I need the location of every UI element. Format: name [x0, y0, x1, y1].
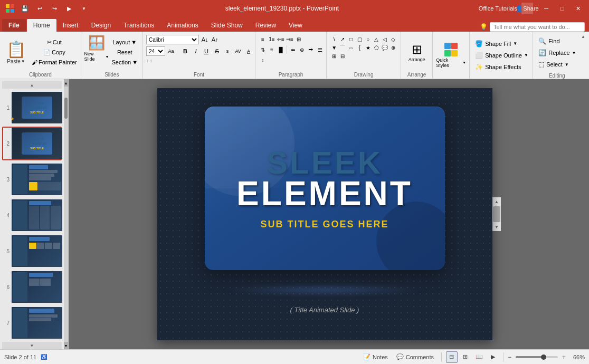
shape-outline-button[interactable]: ⬜ Shape Outline ▼	[473, 50, 530, 61]
maximize-button[interactable]: □	[555, 3, 569, 14]
strikethrough-button[interactable]: S	[212, 46, 222, 56]
zoom-in-button[interactable]: +	[562, 353, 566, 361]
smartart-button[interactable]: ⊞	[294, 35, 303, 43]
shape-brace[interactable]: {	[355, 43, 364, 52]
select-button[interactable]: ⬚ Select ▼	[536, 59, 571, 70]
replace-button[interactable]: 🔄 Replace ▼	[536, 47, 578, 58]
underline-button[interactable]: U	[202, 46, 211, 56]
accessibility-button[interactable]: ♿	[41, 354, 47, 360]
shadow-button[interactable]: s	[223, 46, 232, 56]
panel-scroll-down[interactable]: ▼	[2, 342, 62, 349]
shape-diamond[interactable]: ◇	[389, 35, 397, 43]
increase-indent-button[interactable]: ⇒≡	[286, 35, 294, 43]
line-spacing-button[interactable]: ↕	[259, 56, 267, 64]
slide-card[interactable]: SLEEK ELEMENT SUB TITLE GOES HERE	[205, 107, 445, 270]
slide-thumb-7[interactable]: 7	[2, 306, 62, 340]
tab-design[interactable]: Design	[85, 19, 117, 32]
new-slide-button[interactable]: 🪟 New Slide▼	[84, 35, 109, 70]
font-color-button[interactable]: A	[244, 46, 253, 56]
slide-canvas[interactable]: SLEEK ELEMENT SUB TITLE GOES HERE ( Titl…	[157, 88, 492, 340]
save-button[interactable]: 💾	[19, 3, 31, 14]
zoom-out-button[interactable]: −	[508, 353, 511, 361]
align-right-button[interactable]: ⮕	[307, 45, 315, 54]
shape-arrow[interactable]: ↗	[338, 35, 347, 43]
justify-button[interactable]: ☰	[316, 45, 324, 54]
shape-rtriangle[interactable]: ◁	[381, 35, 389, 43]
text-align-button[interactable]: ≡	[268, 45, 276, 54]
shape-triangle[interactable]: △	[372, 35, 381, 43]
shape-rect[interactable]: □	[347, 35, 355, 43]
canvas-scrollbar[interactable]: ▲ ▼	[492, 197, 501, 231]
char-spacing-button[interactable]: AV	[233, 46, 243, 56]
font-name-select[interactable]: Calibri	[146, 35, 199, 44]
panel-scrollbar-thumb[interactable]	[64, 98, 68, 119]
decrease-font-button[interactable]: A↓	[200, 35, 210, 44]
columns-button[interactable]: ▐▌	[277, 45, 285, 54]
shape-effects-button[interactable]: ✨ Shape Effects	[473, 62, 523, 72]
shape-line[interactable]: \	[330, 35, 338, 43]
tab-file[interactable]: File	[2, 19, 26, 32]
paste-button[interactable]: 📋 Paste ▼	[3, 35, 29, 70]
tab-insert[interactable]: Insert	[56, 19, 85, 32]
tab-transitions[interactable]: Transitions	[117, 19, 160, 32]
shape-fill-button[interactable]: 🪣 Shape Fill ▼	[473, 39, 519, 49]
undo-button[interactable]: ↩	[34, 3, 45, 14]
customize-qat-button[interactable]: ▼	[78, 3, 90, 14]
font-size-select[interactable]: 24	[146, 46, 165, 56]
normal-view-button[interactable]: ⊟	[446, 351, 458, 363]
quick-styles-button[interactable]: Quick Styles ▼	[436, 43, 466, 68]
notes-button[interactable]: 📝 Notes	[360, 352, 391, 361]
tab-review[interactable]: Review	[249, 19, 282, 32]
comments-button[interactable]: 💬 Comments	[393, 352, 437, 361]
panel-scrollbar-up[interactable]: ▲	[64, 79, 68, 87]
reading-view-button[interactable]: 📖	[473, 351, 485, 363]
slide-panel-scrollbar[interactable]: ▲ ▼	[64, 79, 68, 349]
scroll-up-button[interactable]: ▲	[492, 197, 501, 206]
align-center-button[interactable]: ⊜	[298, 45, 306, 54]
slide-thumb-6[interactable]: 6	[2, 270, 62, 304]
slide-thumb-2[interactable]: 2 SLEEKELEMENT SUB TITLE	[2, 127, 62, 160]
tab-slideshow[interactable]: Slide Show	[205, 19, 249, 32]
shape-callout[interactable]: 💬	[381, 43, 389, 52]
tab-animations[interactable]: Animations	[160, 19, 204, 32]
slide-thumb-4[interactable]: 4	[2, 198, 62, 232]
redo-button[interactable]: ↪	[49, 3, 60, 14]
italic-button[interactable]: I	[191, 46, 201, 56]
shape-zoom-in[interactable]: ⊞	[330, 52, 338, 60]
panel-scroll-up[interactable]: ▲	[2, 81, 62, 89]
find-button[interactable]: 🔍 Find	[536, 36, 562, 46]
shape-freeform[interactable]: ⌓	[347, 43, 355, 52]
shape-extra[interactable]: ⊕	[389, 43, 397, 52]
collapse-ribbon-button[interactable]: ▲	[580, 33, 587, 40]
slide-sorter-button[interactable]: ⊞	[460, 351, 471, 363]
slideshow-view-button[interactable]: ▶	[487, 351, 499, 363]
reset-button[interactable]: Reset	[110, 47, 139, 57]
shape-more[interactable]: ▼	[330, 43, 338, 52]
tab-home[interactable]: Home	[27, 19, 56, 32]
presentation-play-button[interactable]: ▶	[63, 3, 75, 14]
tab-view[interactable]: View	[282, 19, 309, 32]
slide-thumb-3[interactable]: 3	[2, 162, 62, 196]
scroll-thumb[interactable]	[493, 206, 500, 222]
shape-rounded-rect[interactable]: ▢	[355, 35, 364, 43]
format-painter-button[interactable]: 🖌 Format Painter	[30, 58, 79, 67]
close-button[interactable]: ✕	[571, 3, 585, 14]
align-left-button[interactable]: ⬅	[289, 45, 297, 54]
increase-font-button[interactable]: A↑	[210, 35, 220, 44]
help-search-input[interactable]	[493, 24, 578, 30]
shape-zoom-out[interactable]: ⊟	[338, 52, 347, 60]
scroll-down-button[interactable]: ▼	[492, 223, 501, 231]
text-direction-button[interactable]: ⇅	[259, 45, 267, 54]
panel-scrollbar-down[interactable]: ▼	[64, 342, 68, 349]
numbering-button[interactable]: 1≡	[268, 35, 276, 43]
shape-pentagon[interactable]: ⬠	[372, 43, 381, 52]
decrease-indent-button[interactable]: ⇐≡	[277, 35, 285, 43]
arrange-button[interactable]: ⊞ Arrange	[408, 42, 425, 62]
zoom-slider[interactable]	[516, 356, 558, 358]
shape-star[interactable]: ★	[364, 43, 372, 52]
slide-thumb-5[interactable]: 5	[2, 234, 62, 268]
scroll-track[interactable]	[492, 206, 501, 223]
minimize-button[interactable]: ─	[539, 3, 553, 14]
copy-button[interactable]: 📄 Copy	[30, 47, 79, 57]
share-button[interactable]: 👤 Share	[521, 3, 533, 14]
